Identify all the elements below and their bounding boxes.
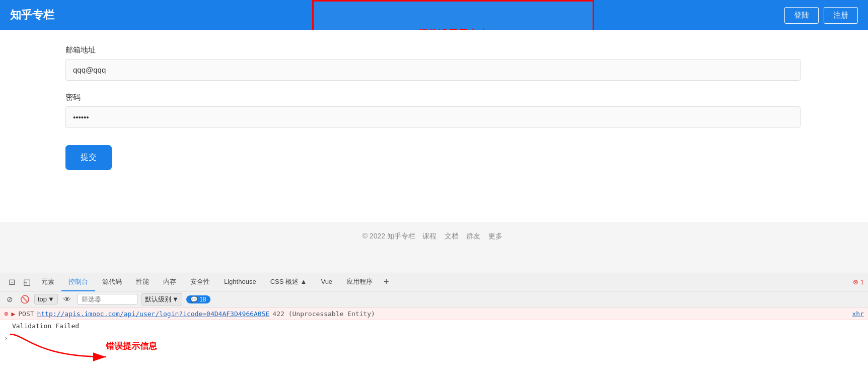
tab-source[interactable]: 源代码	[95, 273, 129, 291]
password-label: 密码	[65, 93, 803, 102]
register-button[interactable]: 注册	[824, 7, 858, 24]
tab-css-overview[interactable]: CSS 概述 ▲	[263, 273, 314, 291]
tab-elements[interactable]: 元素	[34, 273, 61, 291]
context-dropdown[interactable]: top ▼	[34, 294, 58, 304]
devtools-cursor-icon[interactable]: ⊡	[4, 273, 19, 291]
page-footer: © 2022 知乎专栏 课程 文档 群友 更多	[0, 222, 868, 251]
submit-button[interactable]: 提交	[65, 145, 112, 170]
error-status: 422 (Unprocessable Entity)	[272, 310, 375, 318]
annotation-label: 错误提示信息	[106, 340, 157, 352]
tab-security[interactable]: 安全性	[183, 273, 217, 291]
error-count-badge: ⊗ 1	[853, 278, 864, 286]
email-input[interactable]	[65, 59, 801, 81]
devtools-tabbar: ⊡ ◱ 元素 控制台 源代码 性能 内存 安全性 Lighthouse CSS …	[0, 273, 868, 291]
email-form-group: 邮箱地址	[65, 45, 803, 81]
level-dropdown-label: 默认级别	[145, 295, 171, 304]
error-right-link[interactable]: xhr	[852, 310, 864, 318]
filter-toggle-icon[interactable]: 🚫	[19, 294, 30, 305]
devtools-panel: ⊡ ◱ 元素 控制台 源代码 性能 内存 安全性 Lighthouse CSS …	[0, 273, 868, 368]
context-dropdown-arrow: ▼	[48, 295, 54, 303]
app-header: 知乎专栏 组件没显示出来 登陆 注册	[0, 0, 868, 30]
tab-performance[interactable]: 性能	[129, 273, 156, 291]
level-dropdown[interactable]: 默认级别 ▼	[141, 293, 182, 305]
message-count-number: 18	[199, 296, 206, 303]
password-input[interactable]	[65, 106, 801, 128]
devtools-console-output: ⊗ ▶ POST http://apis.imooc.com/api/user/…	[0, 308, 868, 368]
header-auth-buttons: 登陆 注册	[784, 7, 858, 24]
password-form-group: 密码	[65, 93, 803, 128]
filter-input[interactable]	[77, 294, 137, 304]
tab-memory[interactable]: 内存	[156, 273, 183, 291]
error-expand-arrow[interactable]: ▶	[11, 310, 15, 318]
level-dropdown-arrow: ▼	[172, 295, 179, 303]
tab-application[interactable]: 应用程序	[339, 273, 380, 291]
tab-console[interactable]: 控制台	[61, 273, 95, 291]
tab-lighthouse[interactable]: Lighthouse	[217, 273, 263, 291]
app-title: 知乎专栏	[10, 8, 54, 23]
context-dropdown-label: top	[38, 295, 47, 303]
email-label: 邮箱地址	[65, 45, 803, 55]
console-error-row: ⊗ ▶ POST http://apis.imooc.com/api/user/…	[0, 308, 868, 320]
devtools-inspect-icon[interactable]: ◱	[19, 273, 34, 291]
console-validation-failed: Validation Failed	[0, 320, 868, 332]
console-detail-area: Validation Failed › 错误提示信息	[0, 320, 868, 344]
message-count-badge: 💬 18	[186, 295, 210, 303]
error-url-link[interactable]: http://apis.imooc.com/api/user/login?ico…	[37, 310, 270, 318]
footer-link-more[interactable]: 更多	[488, 232, 502, 240]
tab-add-button[interactable]: +	[380, 273, 393, 291]
login-button[interactable]: 登陆	[784, 7, 819, 24]
footer-link-docs[interactable]: 文档	[445, 232, 459, 240]
footer-text: © 2022 知乎专栏 课程 文档 群友 更多	[363, 232, 506, 240]
footer-link-course[interactable]: 课程	[422, 232, 437, 240]
error-count-number: 1	[860, 278, 864, 286]
footer-link-group[interactable]: 群友	[466, 232, 480, 240]
expand-chevron-icon: ›	[4, 334, 8, 342]
eye-icon[interactable]: 👁	[62, 294, 73, 305]
clear-console-icon[interactable]: ⊘	[4, 294, 15, 305]
error-icon: ⊗	[4, 310, 8, 318]
devtools-toolbar: ⊘ 🚫 top ▼ 👁 默认级别 ▼ 💬 18	[0, 291, 868, 308]
error-method: POST	[18, 310, 34, 318]
message-count-icon: 💬	[190, 296, 199, 303]
main-content: 邮箱地址 密码 提交	[0, 30, 868, 222]
tab-vue[interactable]: Vue	[314, 273, 339, 291]
